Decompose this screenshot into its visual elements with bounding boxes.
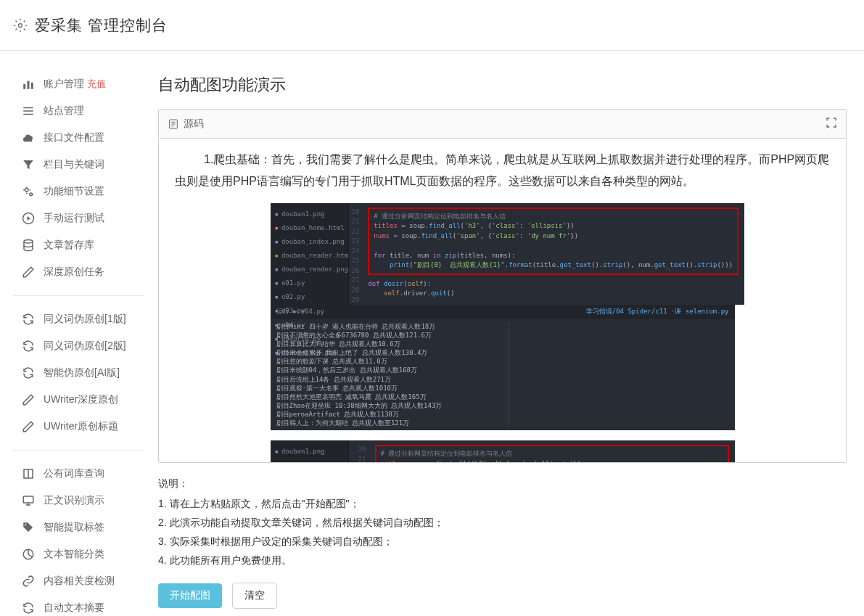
- svg-point-10: [24, 240, 33, 244]
- link-icon: [22, 575, 35, 588]
- sidebar-item-1-3[interactable]: UWriter深度原创: [13, 387, 158, 413]
- sidebar-item-label: 手动运行测试: [44, 212, 104, 225]
- fullscreen-button[interactable]: [826, 117, 837, 131]
- list-icon: [22, 104, 35, 118]
- sidebar-item-2-3[interactable]: 文本智能分类: [13, 541, 158, 567]
- svg-rect-11: [23, 496, 33, 503]
- instruction-line-1: 2. 此演示功能自动提取文章关键词，然后根据关键词自动配图；: [158, 514, 847, 533]
- svg-rect-1: [23, 84, 25, 89]
- sidebar-item-label: 公有词库查询: [44, 467, 104, 480]
- monitor-icon: [22, 494, 35, 507]
- sidebar-item-0-4[interactable]: 功能细节设置: [13, 178, 158, 205]
- sidebar-item-label: 文本智能分类: [44, 548, 104, 561]
- sidebar-item-1-2[interactable]: 智能伪原创[AI版]: [13, 360, 158, 386]
- svg-point-7: [25, 189, 29, 192]
- sidebar-item-0-5[interactable]: 手动运行测试: [13, 205, 158, 231]
- svg-point-12: [25, 524, 26, 525]
- sidebar-item-label: 内容相关度检测: [44, 575, 115, 588]
- filter-icon: [22, 158, 35, 171]
- sidebar-item-0-0[interactable]: 账户管理充值: [13, 71, 158, 97]
- refresh-icon: [22, 601, 35, 615]
- fullscreen-icon: [826, 117, 837, 128]
- code-screenshot-1: ▪douban1.png▪douban_home.html▪douban_ind…: [271, 203, 735, 431]
- pie-icon: [22, 548, 35, 561]
- source-label: 源码: [184, 118, 204, 131]
- edit-icon: [22, 393, 35, 406]
- sidebar-item-2-4[interactable]: 内容相关度检测: [13, 568, 158, 594]
- sidebar-item-0-3[interactable]: 栏目与关键词: [13, 152, 158, 178]
- instruction-line-0: 1. 请在上方粘贴原文，然后点击"开始配图"；: [158, 495, 847, 514]
- sidebar-item-2-5[interactable]: 自动文本摘要: [13, 595, 158, 616]
- sidebar-item-1-4[interactable]: UWriter原创标题: [13, 414, 158, 440]
- editor-box: 源码 1.爬虫基础：首先，我们需要了解什么是爬虫。简单来说，爬虫就是从互联网上抓…: [158, 109, 847, 463]
- sidebar-divider: [13, 450, 144, 451]
- sidebar-item-label: 自动文本摘要: [44, 601, 104, 615]
- editor-content[interactable]: 1.爬虫基础：首先，我们需要了解什么是爬虫。简单来说，爬虫就是从互联网上抓取数据…: [159, 139, 846, 462]
- source-button[interactable]: 源码: [168, 118, 204, 131]
- book-icon: [22, 467, 35, 480]
- header: 爱采集 管理控制台: [0, 0, 864, 51]
- svg-point-8: [30, 193, 33, 196]
- edit-icon: [22, 420, 35, 433]
- cloud-icon: [22, 131, 35, 144]
- refresh-icon: [22, 340, 35, 353]
- clear-button[interactable]: 清空: [232, 583, 277, 609]
- cogs-icon: [22, 185, 35, 198]
- play-icon: [22, 212, 35, 225]
- sidebar-item-0-6[interactable]: 文章暂存库: [13, 232, 158, 258]
- sidebar-item-label: UWriter深度原创: [44, 393, 118, 406]
- instruction-line-3: 4. 此功能所有用户免费使用。: [158, 551, 847, 570]
- tag-icon: [22, 521, 35, 534]
- sidebar-item-label: 智能伪原创[AI版]: [44, 366, 120, 379]
- instructions: 说明： 1. 请在上方粘贴原文，然后点击"开始配图"；2. 此演示功能自动提取文…: [158, 475, 847, 570]
- sidebar-item-label: UWriter原创标题: [44, 420, 118, 433]
- sidebar: 账户管理充值站点管理接口文件配置栏目与关键词功能细节设置手动运行测试文章暂存库深…: [0, 51, 158, 616]
- sidebar-item-label: 账户管理: [44, 78, 84, 91]
- sidebar-item-0-2[interactable]: 接口文件配置: [13, 125, 158, 151]
- sidebar-item-0-1[interactable]: 站点管理: [13, 98, 158, 124]
- main-content: 自动配图功能演示 源码 1.爬虫基础：首先，我们需要了解什么是爬虫。简单来说，爬…: [158, 51, 864, 616]
- sidebar-item-2-2[interactable]: 智能提取标签: [13, 514, 158, 541]
- sidebar-item-1-0[interactable]: 同义词伪原创[1版]: [13, 306, 158, 332]
- sidebar-item-label: 栏目与关键词: [44, 158, 104, 171]
- sidebar-item-2-0[interactable]: 公有词库查询: [13, 461, 158, 487]
- sidebar-item-label: 接口文件配置: [44, 131, 104, 144]
- svg-rect-3: [31, 83, 33, 89]
- svg-point-0: [19, 23, 22, 27]
- header-title: 爱采集 管理控制台: [35, 15, 168, 36]
- sidebar-item-label: 文章暂存库: [44, 239, 94, 252]
- database-icon: [22, 239, 35, 252]
- code-highlight-box: # 通过分析网页结构定位到电影排名与名人信 titles = soup.find…: [368, 208, 738, 275]
- refresh-icon: [22, 366, 35, 379]
- sidebar-item-label: 正文识别演示: [44, 494, 104, 507]
- editor-toolbar: 源码: [159, 110, 846, 139]
- sidebar-item-label: 站点管理: [44, 104, 84, 118]
- instruction-line-2: 3. 实际采集时根据用户设定的采集关键词自动配图；: [158, 533, 847, 551]
- sidebar-item-2-1[interactable]: 正文识别演示: [13, 488, 158, 514]
- sidebar-divider: [13, 295, 144, 296]
- sidebar-item-label: 同义词伪原创[2版]: [44, 340, 126, 353]
- gear-icon: [13, 18, 28, 33]
- sidebar-item-0-7[interactable]: 深度原创任务: [13, 259, 158, 285]
- bar-chart-icon: [22, 78, 35, 91]
- sidebar-badge: 充值: [87, 78, 106, 91]
- edit-icon: [22, 266, 35, 279]
- button-row: 开始配图 清空: [158, 583, 847, 609]
- start-button[interactable]: 开始配图: [158, 583, 222, 608]
- sidebar-item-1-1[interactable]: 同义词伪原创[2版]: [13, 333, 158, 359]
- sidebar-item-label: 同义词伪原创[1版]: [44, 313, 126, 326]
- code-screenshot-2: ▪douban1.png▪douban_home.html▪douban_ind…: [271, 440, 735, 462]
- refresh-icon: [22, 313, 35, 326]
- sidebar-item-label: 功能细节设置: [44, 185, 104, 198]
- sidebar-item-label: 智能提取标签: [44, 521, 104, 534]
- svg-rect-2: [28, 81, 30, 89]
- sidebar-item-label: 深度原创任务: [44, 266, 104, 279]
- document-icon: [168, 118, 179, 130]
- content-paragraph: 1.爬虫基础：首先，我们需要了解什么是爬虫。简单来说，爬虫就是从互联网上抓取数据…: [175, 149, 830, 193]
- page-title: 自动配图功能演示: [158, 74, 847, 96]
- instruction-title: 说明：: [158, 475, 847, 493]
